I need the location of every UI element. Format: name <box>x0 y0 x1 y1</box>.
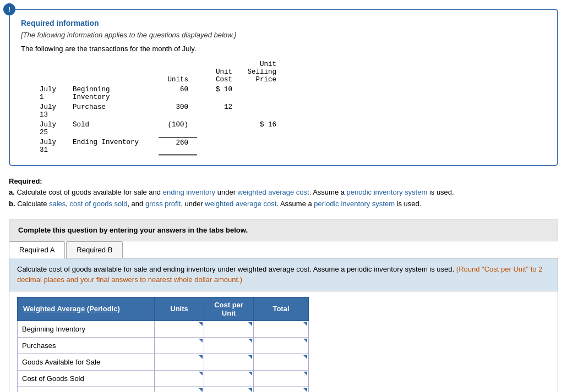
th-sell-price: Unit SellingPrice <box>241 59 285 85</box>
ending-inventory-link[interactable]: ending inventory <box>163 188 215 196</box>
periodic-link[interactable]: periodic inventory system <box>347 188 428 196</box>
th-unit-cost: Unit Cost <box>197 59 241 85</box>
weighted-avg-link[interactable]: weighted average cost <box>238 188 309 196</box>
row-beginning-inventory: Beginning Inventory <box>18 321 309 337</box>
tabs-row: Required A Required B <box>9 241 558 258</box>
cost-purchases-input[interactable] <box>204 338 253 354</box>
tab-desc-text: Calculate cost of goods available for sa… <box>17 265 456 273</box>
units-purchases[interactable] <box>155 337 204 354</box>
units-beginning-inventory-input[interactable] <box>155 321 204 337</box>
tab-content: Calculate cost of goods available for sa… <box>9 258 558 392</box>
date-cell: July 13 <box>37 102 70 120</box>
units-cell: 300 <box>159 102 197 120</box>
total-cogs-input[interactable] <box>254 371 308 387</box>
total-beginning-inventory[interactable] <box>254 321 309 337</box>
sell-cell <box>241 137 285 155</box>
cogs-link[interactable]: cost of goods sold <box>70 200 128 208</box>
cost-ending-inventory[interactable] <box>204 387 254 392</box>
label-purchases: Purchases <box>18 337 155 354</box>
desc-cell: Ending Inventory <box>70 137 159 155</box>
answer-table-wrapper: Weighted Average (Periodic) Units Cost p… <box>9 291 558 392</box>
sell-cell <box>241 102 285 120</box>
th-units: Units <box>159 59 197 85</box>
weighted-avg-link2[interactable]: weighted average cost <box>205 200 276 208</box>
complete-box: Complete this question by entering your … <box>9 219 558 241</box>
cost-beginning-inventory[interactable] <box>204 321 254 337</box>
col-header-total: Total <box>254 297 309 321</box>
units-purchases-input[interactable] <box>155 338 204 354</box>
desc-cell: Sold <box>70 120 159 137</box>
row-goods-available: Goods Available for Sale <box>18 354 309 370</box>
required-label: Required: <box>9 177 42 185</box>
info-icon: ! <box>3 3 15 15</box>
col-header-label: Weighted Average (Periodic) <box>18 297 155 321</box>
total-goods-available[interactable] <box>254 354 309 370</box>
cost-purchases[interactable] <box>204 337 254 354</box>
cost-cogs-input[interactable] <box>204 371 253 387</box>
sales-link[interactable]: sales <box>49 200 66 208</box>
units-cogs-input[interactable] <box>155 371 204 387</box>
cost-cell <box>197 120 241 137</box>
table-row: July 13 Purchase 300 12 <box>37 102 285 120</box>
desc-cell: Beginning Inventory <box>70 85 159 102</box>
total-goods-available-input[interactable] <box>254 354 308 370</box>
total-purchases-input[interactable] <box>254 338 308 354</box>
req-part-b: b. Calculate sales, cost of goods sold, … <box>9 200 421 208</box>
date-cell: July 25 <box>37 120 70 137</box>
cost-goods-available[interactable] <box>204 354 254 370</box>
cost-ending-inventory-input[interactable] <box>204 387 253 392</box>
required-section: Required: a. Calculate cost of goods ava… <box>9 176 558 210</box>
tab-required-a[interactable]: Required A <box>9 241 65 258</box>
info-box: ! Required information [The following in… <box>9 9 558 166</box>
info-title: Required information <box>21 19 546 27</box>
table-row: July 31 Ending Inventory 260 <box>37 137 285 155</box>
complete-text: Complete this question by entering your … <box>18 226 248 234</box>
cost-goods-available-input[interactable] <box>204 354 253 370</box>
label-goods-available: Goods Available for Sale <box>18 354 155 370</box>
transaction-table: Units Unit Cost Unit SellingPrice July 1… <box>37 59 285 156</box>
sell-cell <box>241 85 285 102</box>
cost-cell: 12 <box>197 102 241 120</box>
cost-beginning-inventory-input[interactable] <box>204 321 253 337</box>
total-cost-of-goods-sold[interactable] <box>254 370 309 387</box>
row-ending-inventory: Ending Inventory <box>18 387 309 392</box>
desc-cell: Purchase <box>70 102 159 120</box>
row-cost-of-goods-sold: Cost of Goods Sold <box>18 370 309 387</box>
cost-cell: $ 10 <box>197 85 241 102</box>
req-part-a: a. Calculate cost of goods available for… <box>9 188 454 196</box>
table-row: July 1 Beginning Inventory 60 $ 10 <box>37 85 285 102</box>
units-cell: 260 <box>159 137 197 155</box>
sell-cell: $ 16 <box>241 120 285 137</box>
total-ending-inventory[interactable] <box>254 387 309 392</box>
gross-profit-link[interactable]: gross profit <box>145 200 181 208</box>
units-ending-inventory[interactable] <box>155 387 204 392</box>
label-beginning-inventory: Beginning Inventory <box>18 321 155 337</box>
col-header-units: Units <box>155 297 204 321</box>
units-cell: (100) <box>159 120 197 137</box>
units-cell: 60 <box>159 85 197 102</box>
total-purchases[interactable] <box>254 337 309 354</box>
tab-description: Calculate cost of goods available for sa… <box>9 258 558 291</box>
units-ending-inventory-input[interactable] <box>155 387 204 392</box>
th-date <box>37 59 70 85</box>
answer-table: Weighted Average (Periodic) Units Cost p… <box>17 297 309 392</box>
info-subtitle: [The following information applies to th… <box>21 31 546 39</box>
col-header-cost-per-unit: Cost perUnit <box>204 297 254 321</box>
total-beginning-inventory-input[interactable] <box>254 321 308 337</box>
units-goods-available-input[interactable] <box>155 354 204 370</box>
periodic-link2[interactable]: periodic inventory system <box>314 200 395 208</box>
cost-cell <box>197 137 241 155</box>
units-cost-of-goods-sold[interactable] <box>155 370 204 387</box>
total-ending-inventory-input[interactable] <box>254 387 308 392</box>
info-intro: The following are the transactions for t… <box>21 45 546 53</box>
units-goods-available[interactable] <box>155 354 204 370</box>
label-ending-inventory: Ending Inventory <box>18 387 155 392</box>
row-purchases: Purchases <box>18 337 309 354</box>
th-desc <box>70 59 159 85</box>
units-beginning-inventory[interactable] <box>155 321 204 337</box>
date-cell: July 31 <box>37 137 70 155</box>
cost-cost-of-goods-sold[interactable] <box>204 370 254 387</box>
label-cost-of-goods-sold: Cost of Goods Sold <box>18 370 155 387</box>
tab-required-b[interactable]: Required B <box>66 241 123 258</box>
date-cell: July 1 <box>37 85 70 102</box>
